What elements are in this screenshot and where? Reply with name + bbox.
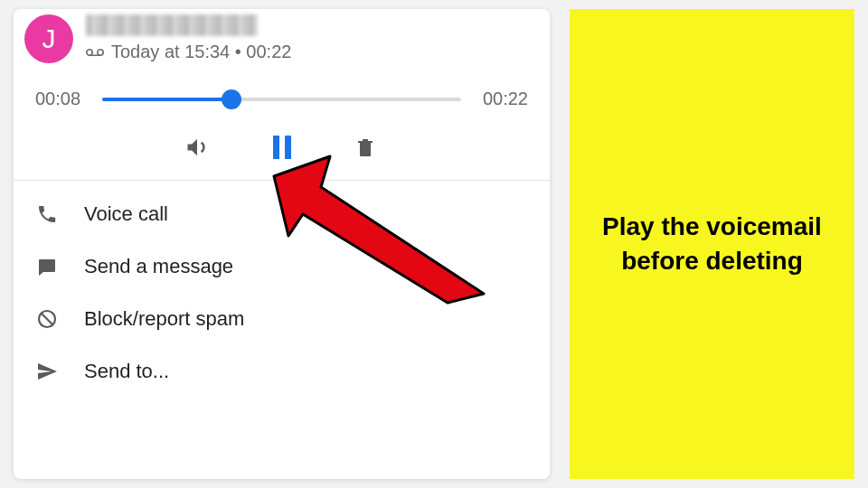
option-label: Voice call <box>84 202 168 226</box>
seek-fill <box>102 98 231 101</box>
pause-bar <box>273 136 279 159</box>
message-icon <box>35 255 59 278</box>
block-icon <box>35 307 59 331</box>
elapsed-time: 00:08 <box>35 89 88 109</box>
voicemail-icon <box>86 48 104 57</box>
phone-icon <box>35 202 59 226</box>
seek-thumb[interactable] <box>222 89 241 109</box>
instruction-text: Play the voicemail before deleting <box>597 210 827 278</box>
option-block-spam[interactable]: Block/report spam <box>14 293 550 345</box>
voicemail-panel: J Today at 15:34 • 00:22 00:08 00 <box>14 9 550 479</box>
option-send-message[interactable]: Send a message <box>14 240 550 293</box>
send-icon <box>35 360 59 383</box>
options-list: Voice call Send a message Block/report s… <box>14 181 550 398</box>
voicemail-header: J Today at 15:34 • 00:22 <box>14 9 550 63</box>
contact-avatar[interactable]: J <box>24 14 73 63</box>
option-voice-call[interactable]: Voice call <box>14 188 550 240</box>
contact-name-redacted <box>86 14 258 36</box>
option-label: Block/report spam <box>84 307 244 331</box>
option-send-to[interactable]: Send to... <box>14 345 550 398</box>
pause-bar <box>285 136 291 159</box>
trash-icon[interactable] <box>354 135 380 160</box>
voicemail-meta: Today at 15:34 • 00:22 <box>86 42 291 62</box>
total-time: 00:22 <box>476 89 528 109</box>
option-label: Send a message <box>84 255 233 278</box>
avatar-initial: J <box>42 23 56 54</box>
svg-point-0 <box>87 49 92 54</box>
instruction-panel: Play the voicemail before deleting <box>570 9 854 479</box>
audio-player: 00:08 00:22 <box>14 63 550 180</box>
speaker-icon[interactable] <box>184 135 210 160</box>
pause-button[interactable] <box>273 136 291 159</box>
svg-point-1 <box>98 49 103 54</box>
seek-track[interactable] <box>102 98 461 101</box>
option-label: Send to... <box>84 360 169 383</box>
voicemail-timestamp: Today at 15:34 • 00:22 <box>111 42 291 62</box>
svg-line-4 <box>42 314 53 325</box>
